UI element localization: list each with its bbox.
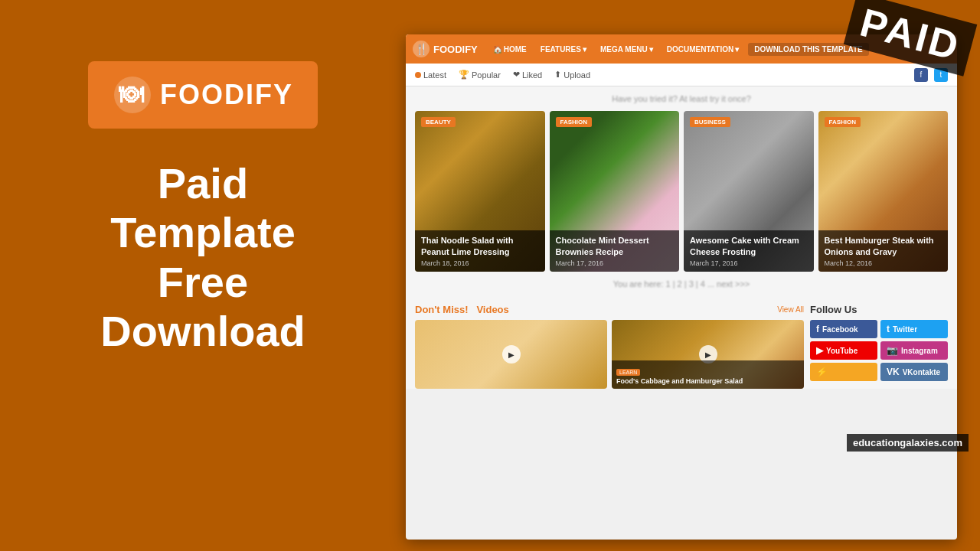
- latest-dot: [415, 72, 421, 78]
- recipe-card-1[interactable]: BEAUTY Thai Noodle Salad with Peanut Lim…: [415, 111, 545, 272]
- rss-btn-icon: ⚡: [816, 367, 828, 377]
- left-panel: 🍽 FOODIFY Paid Template Free Download: [0, 0, 406, 551]
- card-date-3: March 17, 2016: [690, 259, 808, 267]
- promo-text: Paid Template Free Download: [100, 159, 305, 357]
- promo-line2: Template: [100, 208, 305, 257]
- video-thumb-1[interactable]: ▶: [415, 320, 607, 389]
- logo-text: FOODIFY: [160, 79, 293, 111]
- home-icon: 🏠: [493, 45, 502, 54]
- youtube-btn[interactable]: ▶ YouTube: [810, 341, 877, 360]
- card-date-4: March 12, 2016: [825, 259, 942, 267]
- follow-title: Follow Us: [810, 304, 948, 315]
- card-footer-1: Thai Noodle Salad with Peanut Lime Dress…: [415, 230, 545, 272]
- nav-brand: FOODIFY: [433, 44, 478, 55]
- popular-icon: 🏆: [459, 70, 469, 80]
- upload-icon: ⬆: [554, 70, 561, 80]
- video-thumb-2[interactable]: ▶ LEARN Food's Cabbage and Hamburger Sal…: [612, 320, 804, 389]
- facebook-btn-icon: f: [816, 324, 819, 334]
- liked-icon: ❤: [513, 70, 520, 80]
- rss-btn[interactable]: ⚡: [810, 363, 877, 381]
- nav-features[interactable]: FEATURES ▾: [536, 45, 591, 54]
- card-title-2: Chocolate Mint Dessert Brownies Recipe: [556, 235, 674, 257]
- facebook-icon[interactable]: f: [914, 68, 928, 82]
- card-footer-2: Chocolate Mint Dessert Brownies Recipe M…: [550, 230, 680, 272]
- promo-line3: Free: [100, 258, 305, 307]
- vkontakte-btn[interactable]: VK VKontakte: [880, 363, 948, 381]
- instagram-btn-icon: 📷: [887, 345, 898, 356]
- card-category-3: BUSINESS: [690, 117, 730, 127]
- videos-header: Don't Miss! Videos View All: [415, 304, 804, 315]
- videos-title: Don't Miss! Videos: [415, 304, 509, 315]
- videos-section: Don't Miss! Videos View All ▶ ▶ LEARN Fo…: [415, 304, 804, 389]
- nav-home[interactable]: 🏠 HOME: [488, 45, 531, 54]
- svg-text:🍴: 🍴: [415, 43, 429, 56]
- twitter-btn[interactable]: t Twitter: [880, 320, 948, 338]
- card-category-4: FASHION: [825, 117, 861, 127]
- instagram-btn[interactable]: 📷 Instagram: [880, 341, 948, 360]
- video-title-2: Food's Cabbage and Hamburger Salad: [616, 377, 799, 386]
- social-buttons: f Facebook t Twitter ▶ YouTube 📷 Instagr…: [810, 320, 948, 381]
- bottom-section: Don't Miss! Videos View All ▶ ▶ LEARN Fo…: [406, 304, 957, 389]
- browser-panel: 🍴 FOODIFY 🏠 HOME FEATURES ▾ MEGA MENU ▾ …: [406, 34, 957, 540]
- blurred-header: Have you tried it? At least try it once?: [415, 94, 948, 103]
- card-title-3: Awesome Cake with Cream Cheese Frosting: [690, 235, 808, 257]
- foodify-icon: 🍽: [113, 75, 152, 115]
- logo-box: 🍽 FOODIFY: [88, 61, 318, 129]
- video-thumbs: ▶ ▶ LEARN Food's Cabbage and Hamburger S…: [415, 320, 804, 389]
- follow-section: Follow Us f Facebook t Twitter ▶ YouTube…: [810, 304, 948, 389]
- nav-docs[interactable]: DOCUMENTATION ▾: [662, 45, 743, 54]
- facebook-btn[interactable]: f Facebook: [810, 320, 877, 338]
- main-content: Have you tried it? At least try it once?…: [406, 86, 957, 304]
- nav-mega-menu[interactable]: MEGA MENU ▾: [596, 45, 658, 54]
- card-footer-4: Best Hamburger Steak with Onions and Gra…: [818, 230, 949, 272]
- card-date-1: March 18, 2016: [421, 259, 539, 267]
- sub-nav-latest[interactable]: Latest: [415, 70, 446, 80]
- promo-line1: Paid: [100, 159, 305, 208]
- edu-watermark: educationgalaxies.com: [847, 434, 969, 452]
- recipe-card-2[interactable]: FASHION Chocolate Mint Dessert Brownies …: [550, 111, 680, 272]
- pagination: You are here: 1 | 2 | 3 | 4 ... next >>>: [415, 279, 948, 289]
- videos-title-prefix: Don't Miss!: [415, 304, 469, 315]
- nav-logo-icon: 🍴: [412, 40, 430, 58]
- svg-text:🍽: 🍽: [119, 80, 145, 108]
- recipe-card-3[interactable]: BUSINESS Awesome Cake with Cream Cheese …: [684, 111, 814, 272]
- videos-title-suffix: Videos: [476, 304, 508, 315]
- card-title-1: Thai Noodle Salad with Peanut Lime Dress…: [421, 235, 539, 257]
- twitter-btn-icon: t: [887, 324, 890, 334]
- vkontakte-btn-icon: VK: [887, 367, 900, 377]
- card-category-1: BEAUTY: [421, 117, 456, 127]
- view-all-link[interactable]: View All: [777, 305, 804, 314]
- video-category-2: LEARN: [616, 369, 640, 376]
- cards-grid: BEAUTY Thai Noodle Salad with Peanut Lim…: [415, 111, 948, 272]
- sub-nav-popular[interactable]: 🏆 Popular: [459, 70, 501, 80]
- card-date-2: March 17, 2016: [556, 259, 674, 267]
- video-caption-2: LEARN Food's Cabbage and Hamburger Salad: [612, 360, 804, 389]
- sub-nav-upload[interactable]: ⬆ Upload: [554, 70, 590, 80]
- nav-logo: 🍴 FOODIFY: [412, 40, 478, 58]
- play-button-1[interactable]: ▶: [502, 345, 521, 364]
- card-category-2: FASHION: [556, 117, 593, 127]
- card-footer-3: Awesome Cake with Cream Cheese Frosting …: [684, 230, 814, 272]
- sub-nav-liked[interactable]: ❤ Liked: [513, 70, 542, 80]
- card-title-4: Best Hamburger Steak with Onions and Gra…: [825, 235, 942, 257]
- promo-line4: Download: [100, 307, 305, 356]
- sub-navbar: Latest 🏆 Popular ❤ Liked ⬆ Upload f t: [406, 64, 957, 86]
- youtube-btn-icon: ▶: [816, 345, 823, 356]
- recipe-card-4[interactable]: FASHION Best Hamburger Steak with Onions…: [818, 111, 949, 272]
